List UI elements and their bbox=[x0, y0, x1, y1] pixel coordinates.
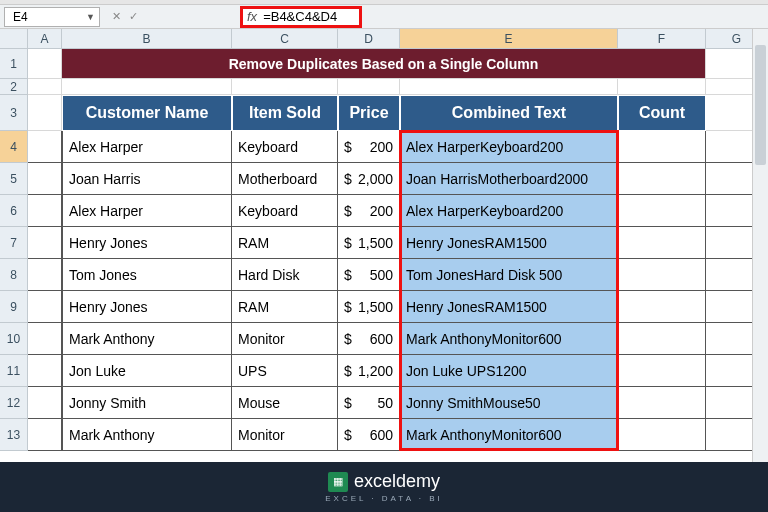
cell-customer[interactable]: Alex Harper bbox=[62, 131, 232, 163]
cell-combined[interactable]: Alex HarperKeyboard200 bbox=[400, 195, 618, 227]
cell-count[interactable] bbox=[618, 259, 706, 291]
cell-item[interactable]: UPS bbox=[232, 355, 338, 387]
cell-item[interactable]: Keyboard bbox=[232, 195, 338, 227]
row-header-1[interactable]: 1 bbox=[0, 49, 28, 79]
enter-icon[interactable]: ✓ bbox=[129, 10, 138, 23]
chevron-down-icon[interactable]: ▼ bbox=[86, 12, 95, 22]
col-header-E[interactable]: E bbox=[400, 29, 618, 49]
cell-price[interactable]: $2,000 bbox=[338, 163, 400, 195]
cell-count[interactable] bbox=[618, 195, 706, 227]
cell-price[interactable]: $200 bbox=[338, 131, 400, 163]
cell-combined[interactable]: Jon Luke UPS1200 bbox=[400, 355, 618, 387]
row-header[interactable]: 6 bbox=[0, 195, 28, 227]
select-all-cell[interactable] bbox=[0, 29, 28, 49]
th-price[interactable]: Price bbox=[338, 95, 400, 131]
cell-price[interactable]: $1,200 bbox=[338, 355, 400, 387]
cell-price[interactable]: $1,500 bbox=[338, 227, 400, 259]
spreadsheet-grid[interactable]: A B C D E F G 1 Remove Duplicates Based … bbox=[0, 29, 768, 451]
cell-combined[interactable]: Tom JonesHard Disk 500 bbox=[400, 259, 618, 291]
cell-customer[interactable]: Mark Anthony bbox=[62, 323, 232, 355]
vertical-scrollbar[interactable] bbox=[752, 29, 768, 462]
cell-item[interactable]: Monitor bbox=[232, 419, 338, 451]
row-header[interactable]: 11 bbox=[0, 355, 28, 387]
name-box-value: E4 bbox=[13, 10, 28, 24]
cell-count[interactable] bbox=[618, 163, 706, 195]
cell-price[interactable]: $600 bbox=[338, 419, 400, 451]
row-header[interactable]: 8 bbox=[0, 259, 28, 291]
cell-count[interactable] bbox=[618, 355, 706, 387]
row-header-3[interactable]: 3 bbox=[0, 95, 28, 131]
cell-item[interactable]: RAM bbox=[232, 291, 338, 323]
cell-A[interactable] bbox=[28, 227, 62, 259]
cell-customer[interactable]: Henry Jones bbox=[62, 227, 232, 259]
cell-count[interactable] bbox=[618, 419, 706, 451]
cell-price[interactable]: $200 bbox=[338, 195, 400, 227]
cell-A[interactable] bbox=[28, 323, 62, 355]
cell-A[interactable] bbox=[28, 387, 62, 419]
sheet-title[interactable]: Remove Duplicates Based on a Single Colu… bbox=[62, 49, 706, 79]
cell-price[interactable]: $500 bbox=[338, 259, 400, 291]
cell-count[interactable] bbox=[618, 227, 706, 259]
cell-item[interactable]: Mouse bbox=[232, 387, 338, 419]
cell-customer[interactable]: Alex Harper bbox=[62, 195, 232, 227]
row-header[interactable]: 4 bbox=[0, 131, 28, 163]
row-header[interactable]: 9 bbox=[0, 291, 28, 323]
cell-price[interactable]: $1,500 bbox=[338, 291, 400, 323]
th-item[interactable]: Item Sold bbox=[232, 95, 338, 131]
cell-item[interactable]: RAM bbox=[232, 227, 338, 259]
row-header[interactable]: 12 bbox=[0, 387, 28, 419]
cell-combined[interactable]: Alex HarperKeyboard200 bbox=[400, 131, 618, 163]
row-header[interactable]: 13 bbox=[0, 419, 28, 451]
row-header[interactable]: 10 bbox=[0, 323, 28, 355]
row-header[interactable]: 7 bbox=[0, 227, 28, 259]
cell-item[interactable]: Hard Disk bbox=[232, 259, 338, 291]
cell-customer[interactable]: Jon Luke bbox=[62, 355, 232, 387]
cell-A1[interactable] bbox=[28, 49, 62, 79]
cell-count[interactable] bbox=[618, 387, 706, 419]
footer-brand: ▦ exceldemy EXCEL · DATA · BI bbox=[0, 462, 768, 512]
th-combined[interactable]: Combined Text bbox=[400, 95, 618, 131]
cell-A[interactable] bbox=[28, 163, 62, 195]
cell-A[interactable] bbox=[28, 355, 62, 387]
th-customer[interactable]: Customer Name bbox=[62, 95, 232, 131]
col-header-C[interactable]: C bbox=[232, 29, 338, 49]
cell-count[interactable] bbox=[618, 291, 706, 323]
fx-icon[interactable]: fx bbox=[247, 9, 257, 24]
cell-item[interactable]: Monitor bbox=[232, 323, 338, 355]
row-header-2[interactable]: 2 bbox=[0, 79, 28, 95]
cell-A[interactable] bbox=[28, 419, 62, 451]
cell-A[interactable] bbox=[28, 195, 62, 227]
logo-icon: ▦ bbox=[328, 472, 348, 492]
cell-A[interactable] bbox=[28, 131, 62, 163]
cell-A[interactable] bbox=[28, 291, 62, 323]
cell-item[interactable]: Motherboard bbox=[232, 163, 338, 195]
cell-combined[interactable]: Mark AnthonyMonitor600 bbox=[400, 419, 618, 451]
col-header-B[interactable]: B bbox=[62, 29, 232, 49]
cell-customer[interactable]: Jonny Smith bbox=[62, 387, 232, 419]
cell-combined[interactable]: Henry JonesRAM1500 bbox=[400, 291, 618, 323]
name-box[interactable]: E4 ▼ bbox=[4, 7, 100, 27]
formula-input[interactable]: =B4&C4&D4 bbox=[263, 9, 353, 24]
th-count[interactable]: Count bbox=[618, 95, 706, 131]
row-header[interactable]: 5 bbox=[0, 163, 28, 195]
col-header-F[interactable]: F bbox=[618, 29, 706, 49]
cell-price[interactable]: $50 bbox=[338, 387, 400, 419]
cell-customer[interactable]: Joan Harris bbox=[62, 163, 232, 195]
formula-bar: E4 ▼ ✕ ✓ fx =B4&C4&D4 bbox=[0, 5, 768, 29]
cell-customer[interactable]: Henry Jones bbox=[62, 291, 232, 323]
cell-combined[interactable]: Henry JonesRAM1500 bbox=[400, 227, 618, 259]
cell-customer[interactable]: Tom Jones bbox=[62, 259, 232, 291]
cell-combined[interactable]: Joan HarrisMotherboard2000 bbox=[400, 163, 618, 195]
cell-A[interactable] bbox=[28, 259, 62, 291]
cell-combined[interactable]: Jonny SmithMouse50 bbox=[400, 387, 618, 419]
col-header-A[interactable]: A bbox=[28, 29, 62, 49]
cell-customer[interactable]: Mark Anthony bbox=[62, 419, 232, 451]
cancel-icon[interactable]: ✕ bbox=[112, 10, 121, 23]
cell-price[interactable]: $600 bbox=[338, 323, 400, 355]
table-row: 13Mark AnthonyMonitor$600Mark AnthonyMon… bbox=[0, 419, 768, 451]
cell-count[interactable] bbox=[618, 131, 706, 163]
cell-count[interactable] bbox=[618, 323, 706, 355]
col-header-D[interactable]: D bbox=[338, 29, 400, 49]
cell-combined[interactable]: Mark AnthonyMonitor600 bbox=[400, 323, 618, 355]
cell-item[interactable]: Keyboard bbox=[232, 131, 338, 163]
